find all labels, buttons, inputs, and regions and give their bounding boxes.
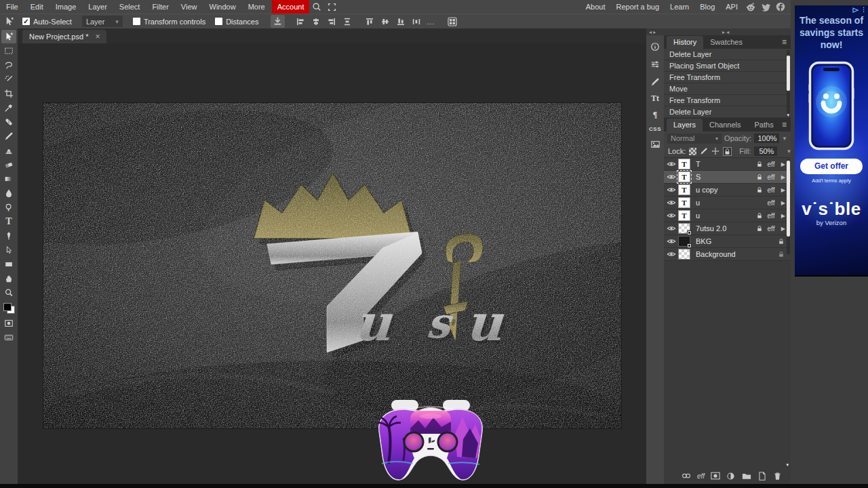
text-layer-thumbnail[interactable]: T (678, 197, 690, 208)
history-item[interactable]: Placing Smart Object (664, 60, 791, 72)
link-report-a-bug[interactable]: Report a bug (610, 0, 665, 14)
scroll-down-icon[interactable]: ▾ (787, 113, 789, 118)
pen-tool[interactable] (1, 229, 16, 243)
distances-checkbox[interactable]: Distances (215, 18, 258, 26)
facebook-icon[interactable] (773, 0, 788, 14)
layers-scrollbar[interactable] (787, 159, 790, 254)
blur-tool[interactable] (1, 186, 16, 200)
delete-layer-icon[interactable] (772, 471, 783, 481)
layer-name[interactable]: Background (696, 250, 755, 258)
new-group-icon[interactable] (741, 471, 751, 481)
move-tool[interactable] (1, 30, 16, 43)
layer-effects-label[interactable]: eff (764, 225, 778, 232)
collapse-right-handle[interactable]: ▸ ◂ (722, 29, 729, 35)
link-about[interactable]: About (580, 0, 611, 14)
menu-filter[interactable]: Filter (146, 0, 174, 14)
opacity-value[interactable]: 100% (754, 134, 779, 143)
visibility-eye-icon[interactable] (664, 198, 678, 207)
layer-effects-label[interactable]: eff (764, 174, 778, 181)
type-tool[interactable]: T (1, 215, 16, 228)
panel-menu-icon[interactable]: ≡ (782, 37, 787, 47)
align-center-horizontal-icon[interactable] (309, 15, 323, 28)
layer-lock-icon[interactable] (755, 186, 764, 193)
magic-wand-tool[interactable] (1, 73, 16, 86)
rect-select-tool[interactable] (1, 44, 16, 58)
layer-lock-icon[interactable] (755, 212, 764, 219)
character-panel-icon[interactable]: Tt (651, 94, 659, 104)
brush-panel-icon[interactable] (648, 76, 662, 87)
visibility-eye-icon[interactable] (664, 237, 678, 246)
menu-window[interactable]: Window (203, 0, 242, 14)
close-icon[interactable]: × (95, 33, 100, 41)
brush-tool[interactable] (1, 129, 16, 143)
menu-file[interactable]: File (0, 0, 24, 14)
align-right-icon[interactable] (324, 15, 338, 28)
link-api[interactable]: API (720, 0, 743, 14)
lock-pixels-icon[interactable] (700, 147, 708, 156)
layer-name[interactable]: S (696, 173, 755, 181)
text-layer-thumbnail[interactable]: T (678, 184, 690, 195)
visibility-eye-icon[interactable] (664, 249, 678, 259)
css-panel-icon[interactable]: CSS (649, 126, 661, 132)
text-layer-thumbnail[interactable]: T (678, 159, 690, 169)
twitter-icon[interactable] (758, 0, 773, 14)
align-bottom-icon[interactable] (393, 15, 408, 28)
history-item[interactable]: Move (664, 83, 791, 95)
hand-tool[interactable] (1, 272, 16, 285)
more-options[interactable]: ... (427, 18, 435, 26)
layer-lock-icon[interactable] (755, 225, 764, 232)
clone-stamp-tool[interactable] (1, 144, 16, 157)
tab-history[interactable]: History (667, 36, 703, 49)
advertisement[interactable]: ⋮ The season of savings starts now! (795, 5, 868, 277)
spot-heal-tool[interactable] (1, 115, 16, 129)
visibility-eye-icon[interactable] (664, 159, 678, 169)
layer-row[interactable]: 7utsu 2.0 eff ▶ (664, 222, 791, 235)
layer-name[interactable]: u (696, 211, 755, 220)
reddit-icon[interactable] (743, 0, 758, 14)
crop-tool[interactable] (1, 87, 16, 100)
layer-row[interactable]: BKG (664, 235, 791, 248)
dodge-tool[interactable] (1, 201, 16, 214)
search-icon[interactable] (309, 0, 324, 14)
layer-row[interactable]: T u eff ▶ (664, 209, 791, 222)
export-download-button[interactable] (271, 15, 285, 28)
eyedropper-tool[interactable] (1, 101, 16, 115)
layer-lock-icon[interactable] (755, 174, 764, 180)
eraser-tool[interactable] (1, 158, 16, 171)
canvas-workspace[interactable]: New Project.psd * × (18, 28, 646, 484)
layer-row-selected[interactable]: T S eff ▶ (664, 171, 791, 184)
lock-all-icon[interactable] (723, 147, 732, 156)
menu-image[interactable]: Image (50, 0, 83, 14)
history-item[interactable]: Free Transform (664, 72, 791, 83)
shape-tool[interactable] (1, 258, 16, 271)
adjustments-icon[interactable] (648, 58, 662, 70)
color-swatches[interactable] (3, 303, 15, 314)
collapse-left-handle[interactable]: ◂ ▸ (649, 29, 656, 35)
tab-swatches[interactable]: Swatches (703, 36, 749, 49)
add-mask-icon[interactable] (710, 471, 720, 481)
layer-effects-label[interactable]: eff (764, 161, 778, 168)
image-panel-icon[interactable] (648, 138, 662, 150)
menu-view[interactable]: View (175, 0, 203, 14)
ad-menu-kebab-icon[interactable]: ⋮ (861, 7, 867, 13)
get-offer-button[interactable]: Get offer (800, 159, 863, 174)
link-blog[interactable]: Blog (694, 0, 720, 14)
expand-arrow-icon[interactable]: ▶ (778, 187, 785, 193)
tab-channels[interactable]: Channels (703, 119, 747, 131)
lock-transparency-icon[interactable] (689, 147, 696, 156)
layer-effects-label[interactable]: eff (764, 186, 778, 194)
panel-menu-icon[interactable]: ≡ (782, 120, 787, 129)
layer-lock-icon[interactable] (778, 238, 785, 245)
menu-select[interactable]: Select (113, 0, 146, 14)
layer-lock-icon[interactable] (755, 161, 764, 167)
paragraph-panel-icon[interactable]: ¶ (653, 110, 657, 120)
align-middle-vertical-icon[interactable] (378, 15, 392, 28)
lock-position-icon[interactable] (711, 147, 719, 156)
ad-choices-icon[interactable] (852, 7, 859, 13)
visibility-eye-icon[interactable] (664, 211, 678, 220)
history-scrollbar[interactable] (787, 50, 790, 117)
layer-row[interactable]: Background (664, 248, 791, 261)
expand-arrow-icon[interactable]: ▶ (778, 200, 785, 206)
layer-name[interactable]: BKG (696, 237, 755, 245)
transform-controls-checkbox[interactable]: Transform controls (133, 18, 205, 26)
